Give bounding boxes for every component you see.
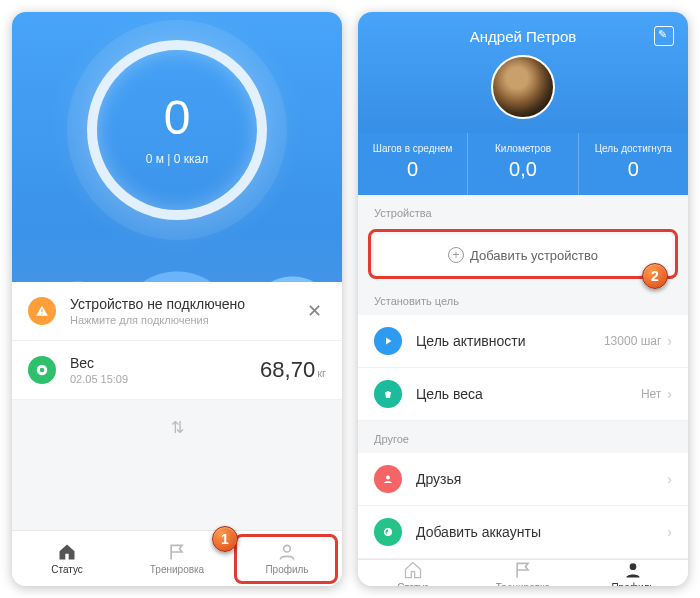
weight-row[interactable]: Вес 02.05 15:09 68,70кг (12, 341, 342, 400)
nav-status[interactable]: Статус (358, 560, 468, 586)
goal-weight-value: Нет (641, 387, 661, 401)
chevron-right-icon: › (667, 333, 672, 349)
status-screen: 0 0 м | 0 ккал Устройство не подключено … (12, 12, 342, 586)
svg-point-6 (384, 528, 392, 536)
weight-date: 02.05 15:09 (70, 373, 260, 385)
chevron-right-icon: › (667, 524, 672, 540)
weight-icon (28, 356, 56, 384)
friends-row[interactable]: Друзья › (358, 453, 688, 506)
accounts-icon (374, 518, 402, 546)
nav-status[interactable]: Статус (12, 531, 122, 586)
weight-unit: кг (317, 367, 326, 379)
flag-icon (513, 560, 533, 580)
close-icon[interactable]: ✕ (303, 296, 326, 326)
friends-icon (374, 465, 402, 493)
home-icon (57, 542, 77, 562)
device-warning-row[interactable]: Устройство не подключено Нажмите для под… (12, 282, 342, 341)
edit-icon[interactable] (654, 26, 674, 46)
step-count: 0 (164, 94, 191, 142)
chevron-right-icon: › (667, 386, 672, 402)
svg-point-5 (386, 476, 390, 480)
highlight-profile-tab (234, 534, 338, 584)
stat-goal[interactable]: Цель достигнута 0 (579, 133, 688, 195)
nav-workout[interactable]: Тренировка (468, 560, 578, 586)
section-goal: Установить цель (358, 283, 688, 315)
step-badge-1: 1 (212, 526, 238, 552)
add-accounts-row[interactable]: Добавить аккаунты › (358, 506, 688, 559)
play-icon (374, 327, 402, 355)
flag-icon (167, 542, 187, 562)
stat-steps-avg[interactable]: Шагов в среднем 0 (358, 133, 468, 195)
chevron-right-icon: › (667, 471, 672, 487)
goal-weight-row[interactable]: Цель веса Нет › (358, 368, 688, 421)
svg-point-7 (630, 563, 637, 570)
home-icon (403, 560, 423, 580)
profile-stats: Шагов в среднем 0 Километров 0,0 Цель до… (358, 133, 688, 195)
nav-profile[interactable]: Профиль (578, 560, 688, 586)
highlight-add-device (368, 229, 678, 279)
avatar[interactable] (491, 55, 555, 119)
profile-header: Андрей Петров (358, 12, 688, 133)
device-warning-title: Устройство не подключено (70, 296, 303, 312)
step-subtext: 0 м | 0 ккал (146, 152, 209, 166)
status-hero: 0 0 м | 0 ккал (12, 12, 342, 282)
sync-button[interactable]: ⇅ (12, 400, 342, 455)
goal-activity-value: 13000 шаг (604, 334, 661, 348)
device-warning-sub: Нажмите для подключения (70, 314, 303, 326)
svg-point-3 (40, 368, 45, 373)
step-ring[interactable]: 0 0 м | 0 ккал (87, 40, 267, 220)
bottom-nav: Статус Тренировка Профиль (358, 559, 688, 586)
svg-rect-0 (41, 309, 42, 312)
section-other: Другое (358, 421, 688, 453)
bag-icon (374, 380, 402, 408)
weight-label: Вес (70, 355, 260, 371)
person-icon (623, 560, 643, 580)
svg-rect-1 (41, 313, 42, 314)
step-badge-2: 2 (642, 263, 668, 289)
weight-value: 68,70 (260, 357, 315, 382)
profile-username: Андрей Петров (358, 28, 688, 45)
warning-icon (28, 297, 56, 325)
profile-screen: Андрей Петров Шагов в среднем 0 Километр… (358, 12, 688, 586)
goal-activity-row[interactable]: Цель активности 13000 шаг › (358, 315, 688, 368)
stat-km[interactable]: Километров 0,0 (468, 133, 578, 195)
section-devices: Устройства (358, 195, 688, 227)
